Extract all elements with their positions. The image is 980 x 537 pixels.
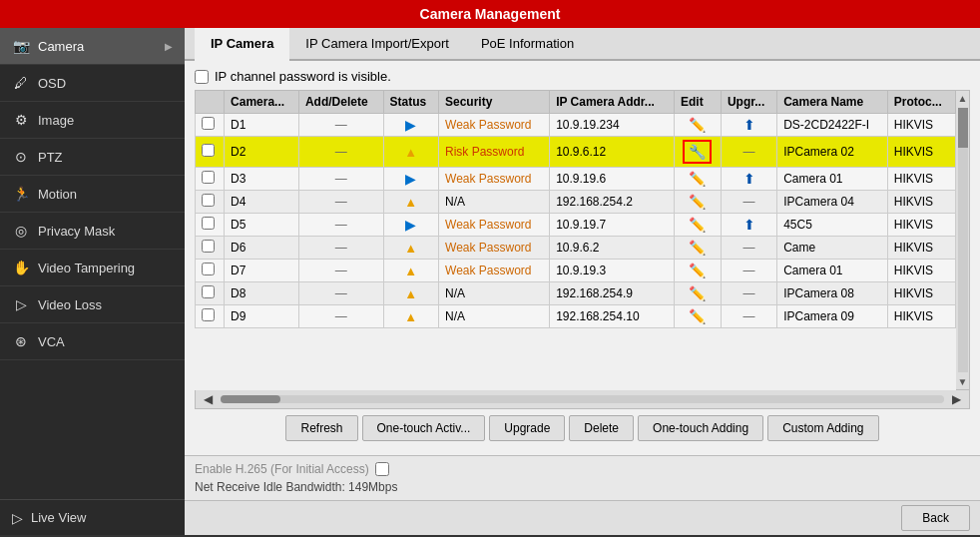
one-touch-adding-button[interactable]: One-touch Adding [638,415,763,441]
horizontal-scrollbar[interactable]: ◀ ▶ [195,390,970,409]
back-button[interactable]: Back [901,505,970,531]
sidebar-item-video-tampering[interactable]: ✋ Video Tampering [0,250,185,286]
cell-id-D5: D5 [225,214,299,237]
col-header-5: Edit [674,91,721,114]
row-checkbox-D8[interactable] [196,282,225,305]
upgrade-dash: — [743,309,755,323]
cell-add-delete-D5[interactable]: — [298,214,383,237]
live-view-icon: ▷ [12,510,23,526]
cell-id-D8: D8 [225,282,299,305]
upgrade-upload-icon[interactable]: ⬆ [743,171,755,187]
scroll-down-arrow[interactable]: ▼ [956,374,970,389]
row-checkbox-D3[interactable] [196,168,225,191]
row-checkbox-D1[interactable] [196,114,225,137]
sidebar-item-vca[interactable]: ⊛ VCA [0,323,185,360]
tab-import-export[interactable]: IP Camera Import/Export [289,28,465,61]
cell-protocol-D4: HIKVIS [887,191,955,214]
status-warn-icon: ▲ [404,195,417,210]
scroll-left-arrow[interactable]: ◀ [200,392,217,406]
cell-edit-D1[interactable]: ✏️ [674,114,721,137]
upgrade-button[interactable]: Upgrade [489,415,565,441]
sidebar-item-camera[interactable]: 📷 Camera ▶ [0,28,185,65]
cell-camera-name-D5: 45C5 [777,214,888,237]
cell-upgrade-D1[interactable]: ⬆ [721,114,776,137]
cell-upgrade-D3[interactable]: ⬆ [721,168,776,191]
cell-add-delete-D1[interactable]: — [298,114,383,137]
cell-edit-D2[interactable]: 🔧 [674,137,721,168]
cell-protocol-D5: HIKVIS [887,214,955,237]
sidebar-label-osd: OSD [38,76,173,91]
edit-pencil-button[interactable]: ✏️ [689,171,706,187]
sidebar-item-motion[interactable]: 🏃 Motion [0,176,185,213]
edit-pencil-button[interactable]: ✏️ [689,240,706,256]
sidebar-item-video-loss[interactable]: ▷ Video Loss [0,286,185,323]
cell-add-delete-D9[interactable]: — [298,305,383,328]
cell-add-delete-D4[interactable]: — [298,191,383,214]
status-play-icon: ▶ [405,171,416,187]
cell-add-delete-D2[interactable]: — [298,137,383,168]
edit-pencil-button[interactable]: ✏️ [689,194,706,210]
row-checkbox-D4[interactable] [196,191,225,214]
scroll-up-arrow[interactable]: ▲ [956,91,970,106]
cell-protocol-D9: HIKVIS [887,305,955,328]
cell-edit-D3[interactable]: ✏️ [674,168,721,191]
delete-button[interactable]: Delete [569,415,634,441]
live-view-label: Live View [31,510,86,525]
custom-adding-button[interactable]: Custom Adding [767,415,878,441]
cell-upgrade-D6[interactable]: — [721,237,776,260]
cell-edit-D7[interactable]: ✏️ [674,260,721,282]
tab-poe-info[interactable]: PoE Information [465,28,590,61]
sidebar-item-ptz[interactable]: ⊙ PTZ [0,139,185,176]
sidebar-item-osd[interactable]: 🖊 OSD [0,65,185,102]
password-visible-checkbox[interactable] [195,70,209,84]
cell-edit-D4[interactable]: ✏️ [674,191,721,214]
cell-upgrade-D4[interactable]: — [721,191,776,214]
cell-add-delete-D7[interactable]: — [298,260,383,282]
h265-checkbox[interactable] [375,462,389,476]
cell-edit-D8[interactable]: ✏️ [674,282,721,305]
cell-upgrade-D8[interactable]: — [721,282,776,305]
row-checkbox-D7[interactable] [196,260,225,282]
sidebar-item-image[interactable]: ⚙ Image [0,102,185,139]
scroll-right-arrow[interactable]: ▶ [948,392,965,406]
edit-wrench-icon[interactable]: 🔧 [683,140,712,164]
edit-pencil-button[interactable]: ✏️ [689,117,706,133]
sidebar-label-privacy-mask: Privacy Mask [38,224,173,239]
edit-pencil-button[interactable]: ✏️ [689,217,706,233]
cell-edit-D6[interactable]: ✏️ [674,237,721,260]
row-checkbox-D2[interactable] [196,137,225,168]
motion-icon: 🏃 [12,186,30,202]
cell-security-D8: N/A [439,282,550,305]
refresh-button[interactable]: Refresh [285,415,357,441]
camera-icon: 📷 [12,38,30,54]
vertical-scrollbar[interactable]: ▲ ▼ [956,90,970,390]
upgrade-upload-icon[interactable]: ⬆ [743,117,755,133]
cell-edit-D9[interactable]: ✏️ [674,305,721,328]
live-view-item[interactable]: ▷ Live View [0,499,185,535]
upgrade-upload-icon[interactable]: ⬆ [743,217,755,233]
sidebar-label-camera: Camera [38,39,157,54]
sidebar-item-privacy-mask[interactable]: ◎ Privacy Mask [0,213,185,250]
edit-pencil-button[interactable]: ✏️ [689,285,706,301]
add-delete-icon: — [335,118,347,132]
cell-status-D6: ▲ [383,237,439,260]
tab-ip-camera[interactable]: IP Camera [195,28,289,61]
row-checkbox-D5[interactable] [196,214,225,237]
cell-upgrade-D9[interactable]: — [721,305,776,328]
cell-upgrade-D7[interactable]: — [721,260,776,282]
row-checkbox-D6[interactable] [196,237,225,260]
cell-security-D3: Weak Password [439,168,550,191]
one-touch-activ-button[interactable]: One-touch Activ... [362,415,486,441]
edit-pencil-button[interactable]: ✏️ [689,308,706,324]
cell-upgrade-D5[interactable]: ⬆ [721,214,776,237]
cell-edit-D5[interactable]: ✏️ [674,214,721,237]
edit-pencil-button[interactable]: ✏️ [689,263,706,278]
cell-security-D5: Weak Password [439,214,550,237]
row-checkbox-D9[interactable] [196,305,225,328]
cell-add-delete-D6[interactable]: — [298,237,383,260]
cell-add-delete-D8[interactable]: — [298,282,383,305]
cell-upgrade-D2[interactable]: — [721,137,776,168]
cell-add-delete-D3[interactable]: — [298,168,383,191]
upgrade-dash: — [743,145,755,159]
status-warn-icon: ▲ [404,286,417,301]
